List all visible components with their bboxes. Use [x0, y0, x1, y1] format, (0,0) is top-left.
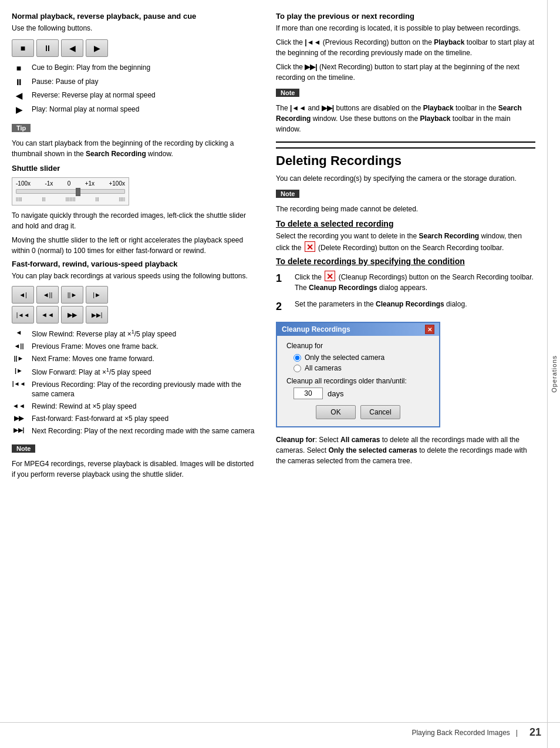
section-divider	[276, 141, 535, 143]
play-icon: ▶	[12, 105, 26, 116]
reverse-icon: ◀	[12, 90, 26, 102]
cleanup-footer-text: Cleanup for: Select All cameras to delet…	[276, 434, 535, 466]
ok-button[interactable]: OK	[316, 405, 356, 419]
fastforward-heading: Fast-forward, rewind, various-speed play…	[12, 260, 258, 268]
item-text: Fast-forward: Fast-forward at ×5 play sp…	[32, 414, 168, 424]
days-input[interactable]	[294, 388, 323, 399]
shuttle-thumb[interactable]	[76, 188, 80, 196]
list-item: ⏸ Pause: Pause of play	[12, 77, 258, 89]
fastfwd-icon: ▶▶	[12, 414, 26, 423]
cleanup-recordings-icon: ✕	[325, 271, 335, 281]
sidebar-operations: Operations	[547, 0, 560, 748]
slow-fwd-btn[interactable]: |►	[86, 286, 108, 304]
sidebar-label: Operations	[551, 355, 558, 393]
item-text: Next Recording: Play of the next recordi…	[32, 426, 255, 436]
page-number: 21	[529, 726, 541, 739]
next-frame-icon: ||►	[12, 354, 26, 363]
stop-btn[interactable]: ■	[12, 39, 34, 57]
item-text: Play: Normal play at normal speed	[32, 105, 139, 114]
shuttle-slider-heading: Shuttle slider	[12, 164, 258, 173]
step-1: 1 Click the ✕ (Cleanup Recordings) butto…	[276, 271, 535, 293]
playback-items-list: ■ Cue to Begin: Play from the beginning …	[12, 63, 258, 116]
list-item: |► Slow Forward: Play at ×1/5 play speed	[12, 366, 258, 378]
radio-only-selected-input[interactable]	[294, 354, 301, 362]
ff-buttons-row2: |◄◄ ◄◄ ▶▶ ▶▶|	[12, 306, 258, 324]
shuttle-slider-widget[interactable]: -100x -1x 0 +1x +100x ||||| ||| ||||||||…	[12, 177, 129, 205]
prev-frame-icon: ◄||	[12, 342, 26, 351]
cleanup-for-label: Cleanup for	[286, 342, 430, 350]
page-footer: Playing Back Recorded Images | 21	[0, 722, 560, 739]
note-label-delete: Note	[276, 190, 299, 198]
list-item: ◄◄ Rewind: Rewind at ×5 play speed	[12, 402, 258, 412]
cancel-button[interactable]: Cancel	[360, 405, 400, 419]
ff-items-list: ◄ Slow Rewind: Reverse play at ×1/5 play…	[12, 328, 258, 436]
dialog-close-btn[interactable]: ✕	[425, 325, 434, 334]
prev-recording-btn[interactable]: |◄◄	[12, 306, 34, 324]
note-label-play: Note	[276, 89, 299, 97]
rewind-icon: ◄◄	[12, 402, 26, 410]
fastforward-intro: You can play back recordings at various …	[12, 271, 258, 281]
reverse-btn[interactable]: ◀	[61, 39, 83, 57]
shuttle-track[interactable]	[16, 189, 125, 194]
slow-rewind-icon: ◄	[12, 328, 26, 337]
shuttle-desc1: To navigate quickly through the recorded…	[12, 210, 258, 231]
label-neg100: -100x	[16, 180, 31, 187]
days-input-row: days	[294, 388, 430, 399]
pause-btn[interactable]: ⏸	[36, 39, 59, 57]
label-pos100: +100x	[109, 180, 125, 187]
note-content-play: The |◄◄ and ▶▶| buttons are disabled on …	[276, 103, 535, 134]
left-column: Normal playback, reverse playback, pause…	[12, 12, 258, 725]
pause-icon: ⏸	[12, 77, 26, 89]
stop-icon: ■	[12, 63, 26, 75]
dialog-title: Cleanup Recordings	[282, 325, 350, 333]
shuttle-desc2: Moving the shuttle slider to the left or…	[12, 235, 258, 256]
step-2: 2 Set the parameters in the Cleanup Reco…	[276, 299, 535, 315]
fastfwd-btn[interactable]: ▶▶	[61, 306, 83, 324]
dialog-body: Cleanup for Only the selected camera All…	[277, 336, 439, 426]
days-unit-label: days	[328, 389, 343, 398]
play-prev-next-para3: Click the ▶▶| (Next Recording) button to…	[276, 62, 535, 83]
note-content-delete: The recording being made cannot be delet…	[276, 204, 535, 214]
item-text: Reverse: Reverse play at normal speed	[32, 90, 156, 100]
tip-label: Tip	[12, 124, 31, 132]
rewind-btn[interactable]: ◄◄	[36, 306, 59, 324]
ff-buttons-row1: ◄| ◄|| ||► |►	[12, 286, 258, 304]
radio-only-selected[interactable]: Only the selected camera	[294, 353, 430, 362]
play-btn[interactable]: ▶	[86, 39, 108, 57]
item-text: Cue to Begin: Play from the beginning	[32, 63, 150, 73]
prev-rec-icon: |◄◄	[12, 380, 26, 388]
radio-all-cameras-input[interactable]	[294, 365, 301, 372]
older-than-label: Cleanup all recordings older than/until:	[286, 377, 430, 385]
label-pos1: +1x	[85, 180, 95, 187]
next-frame-btn[interactable]: ||►	[61, 286, 83, 304]
label-neg1: -1x	[45, 180, 53, 187]
cleanup-footer: Cleanup for: Select All cameras to delet…	[276, 434, 535, 466]
dialog-buttons: OK Cancel	[286, 405, 430, 419]
slow-fwd-icon: |►	[12, 366, 26, 375]
delete-selected-text: Select the recording you want to delete …	[276, 231, 535, 253]
radio-all-cameras-label: All cameras	[305, 364, 342, 372]
tip-content: You can start playback from the beginnin…	[12, 138, 258, 159]
next-recording-btn[interactable]: ▶▶|	[86, 306, 108, 324]
list-item: ▶▶| Next Recording: Play of the next rec…	[12, 426, 258, 436]
item-text: Rewind: Rewind at ×5 play speed	[32, 402, 136, 412]
list-item: ◄|| Previous Frame: Moves one frame back…	[12, 342, 258, 352]
step-1-text: Click the ✕ (Cleanup Recordings) button …	[295, 271, 534, 293]
delete-selected-heading: To delete a selected recording	[276, 219, 535, 228]
radio-all-cameras[interactable]: All cameras	[294, 364, 430, 372]
slow-rewind-btn[interactable]: ◄|	[12, 286, 34, 304]
list-item: ||► Next Frame: Moves one frame forward.	[12, 354, 258, 364]
prev-frame-btn[interactable]: ◄||	[36, 286, 59, 304]
list-item: ▶ Play: Normal play at normal speed	[12, 105, 258, 116]
deleting-intro: You can delete recording(s) by specifyin…	[276, 173, 535, 184]
item-text: Next Frame: Moves one frame forward.	[32, 354, 154, 364]
step-2-text: Set the parameters in the Cleanup Record…	[295, 299, 467, 315]
next-rec-icon: ▶▶|	[12, 426, 26, 434]
label-0: 0	[68, 180, 71, 187]
list-item: ▶▶ Fast-forward: Fast-forward at ×5 play…	[12, 414, 258, 424]
right-column: To play the previous or next recording I…	[276, 12, 535, 725]
footer-text: Playing Back Recorded Images	[411, 729, 510, 737]
item-text: Previous Recording: Play of the recordin…	[32, 380, 258, 400]
play-prev-next-heading: To play the previous or next recording	[276, 12, 535, 21]
playback-buttons-row: ■ ⏸ ◀ ▶	[12, 39, 258, 57]
